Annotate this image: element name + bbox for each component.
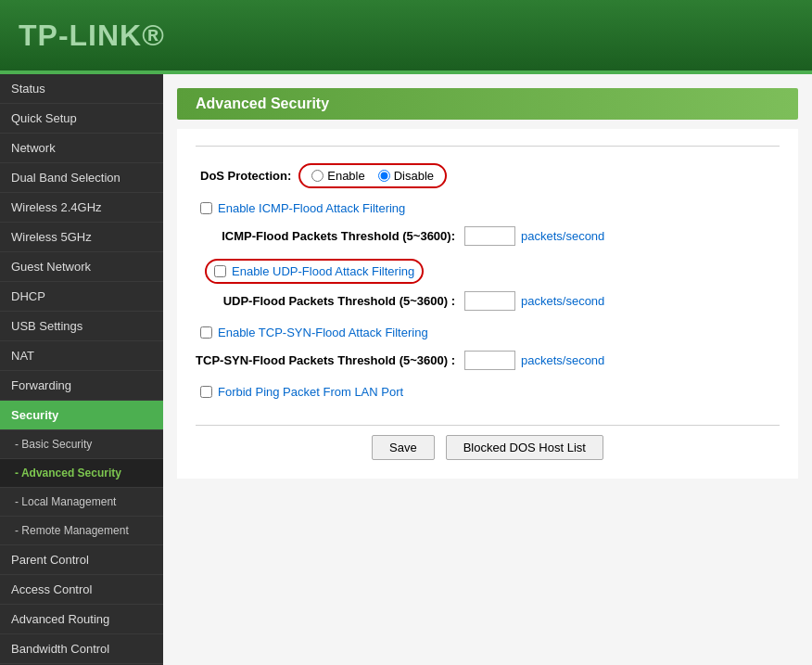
dos-disable-label: Disable [394,169,434,183]
content-area: DoS Protection: Enable Disable Enable IC… [177,129,798,479]
dos-protection-row: DoS Protection: Enable Disable [200,154,780,198]
udp-threshold-label: UDP-Flood Packets Threshold (5~3600) : [196,294,455,308]
sidebar-item-usb-settings[interactable]: USB Settings [0,312,163,341]
sidebar-item-guest-network[interactable]: Guest Network [0,252,163,282]
udp-checkbox-group: Enable UDP-Flood Attack Filtering [205,259,424,284]
icmp-checkbox-row: Enable ICMP-Flood Attack Filtering [200,198,780,219]
logo: TP-LINK® [19,19,165,53]
top-divider [196,146,780,147]
sidebar-item-wireless-5[interactable]: Wireless 5GHz [0,223,163,252]
dos-enable-label: Enable [327,169,364,183]
icmp-checkbox[interactable] [200,202,212,214]
sidebar-item-advanced-security[interactable]: - Advanced Security [0,459,163,488]
dos-enable-radio[interactable] [311,170,324,182]
tcp-checkbox-row: Enable TCP-SYN-Flood Attack Filtering [200,322,780,343]
page-title: Advanced Security [196,96,780,112]
logo-text: TP-LINK [19,19,142,52]
tcp-unit: packets/second [521,353,604,367]
sidebar-item-network[interactable]: Network [0,134,163,163]
sidebar-item-status[interactable]: Status [0,74,163,104]
udp-checkbox[interactable] [214,265,226,277]
udp-unit: packets/second [521,294,604,308]
sidebar-item-dhcp[interactable]: DHCP [0,282,163,312]
sidebar-item-wireless-24[interactable]: Wireless 2.4GHz [0,193,163,223]
sidebar-item-access-control[interactable]: Access Control [0,575,163,605]
icmp-threshold-input[interactable]: 50 [464,226,515,246]
sidebar-item-quick-setup[interactable]: Quick Setup [0,104,163,134]
icmp-threshold-label: ICMP-Flood Packets Threshold (5~3600): [196,229,455,243]
forbid-ping-checkbox[interactable] [200,386,212,398]
icmp-label[interactable]: Enable ICMP-Flood Attack Filtering [218,201,405,215]
udp-label[interactable]: Enable UDP-Flood Attack Filtering [232,264,414,278]
main-content: Advanced Security DoS Protection: Enable… [163,74,812,665]
logo-mark: ® [142,19,165,52]
sidebar-item-parent-control[interactable]: Parent Control [0,545,163,575]
sidebar-item-nat[interactable]: NAT [0,341,163,371]
dos-label: DoS Protection: [200,169,291,183]
tcp-threshold-input[interactable]: 50 [464,351,515,370]
dos-disable-radio[interactable] [378,170,390,182]
icmp-unit: packets/second [521,229,604,243]
sidebar-item-remote-management[interactable]: - Remote Management [0,517,163,545]
dos-options-group: Enable Disable [298,163,447,188]
layout: StatusQuick SetupNetworkDual Band Select… [0,74,812,665]
tcp-threshold-label: TCP-SYN-Flood Packets Threshold (5~3600)… [196,353,455,367]
tcp-checkbox[interactable] [200,326,212,339]
forbid-ping-row: Forbid Ping Packet From LAN Port [200,377,780,406]
icmp-threshold-row: ICMP-Flood Packets Threshold (5~3600): 5… [196,223,780,249]
udp-threshold-row: UDP-Flood Packets Threshold (5~3600) : 5… [196,288,780,314]
page-title-bar: Advanced Security [177,88,798,120]
sidebar-item-advanced-routing[interactable]: Advanced Routing [0,605,163,634]
save-button[interactable]: Save [372,435,435,460]
tcp-threshold-row: TCP-SYN-Flood Packets Threshold (5~3600)… [196,347,780,374]
sidebar-item-local-management[interactable]: - Local Management [0,488,163,517]
sidebar-item-forwarding[interactable]: Forwarding [0,371,163,401]
button-row: Save Blocked DOS Host List [196,425,780,460]
sidebar: StatusQuick SetupNetworkDual Band Select… [0,74,163,665]
blocked-dos-host-list-button[interactable]: Blocked DOS Host List [446,435,603,460]
sidebar-item-security[interactable]: Security [0,401,163,430]
udp-threshold-input[interactable]: 500 [464,291,515,311]
sidebar-item-basic-security[interactable]: - Basic Security [0,430,163,459]
sidebar-item-dual-band[interactable]: Dual Band Selection [0,163,163,193]
tcp-label[interactable]: Enable TCP-SYN-Flood Attack Filtering [218,326,428,339]
dos-disable-option[interactable]: Disable [378,169,434,183]
sidebar-item-bandwidth-control[interactable]: Bandwidth Control [0,634,163,664]
dos-enable-option[interactable]: Enable [311,169,364,183]
header: TP-LINK® [0,0,812,74]
forbid-ping-label[interactable]: Forbid Ping Packet From LAN Port [218,385,403,399]
udp-checkbox-container: Enable UDP-Flood Attack Filtering [200,259,780,284]
